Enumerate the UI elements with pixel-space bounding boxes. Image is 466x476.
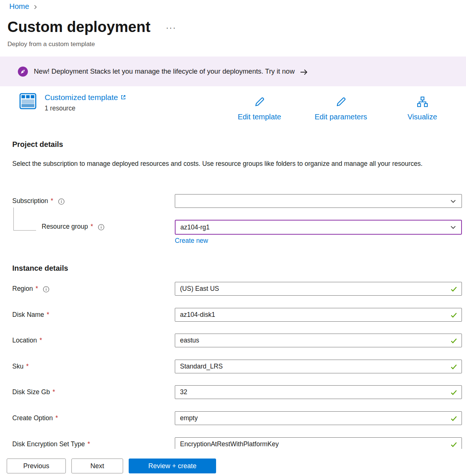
required-asterisk: * <box>35 285 38 293</box>
field-row: Location * <box>0 334 466 349</box>
custom-deployment-page: Home Custom deployment ··· Deploy from a… <box>0 0 466 476</box>
valid-check-icon <box>450 285 457 293</box>
announcement-banner[interactable]: New! Deployment Stacks let you manage th… <box>0 57 466 86</box>
breadcrumb-home-link[interactable]: Home <box>9 2 29 11</box>
info-icon[interactable] <box>58 198 65 205</box>
region-label: Region * <box>12 285 49 293</box>
template-icon <box>19 93 36 112</box>
disk-encryption-set-type-label: Disk Encryption Set Type * <box>12 440 90 448</box>
project-details-heading: Project details <box>12 140 63 149</box>
create-option-input[interactable] <box>175 411 462 425</box>
region-input[interactable] <box>175 282 462 296</box>
more-menu-button[interactable]: ··· <box>166 23 176 33</box>
next-button[interactable]: Next <box>71 459 123 473</box>
valid-check-icon <box>450 441 457 448</box>
required-asterisk: * <box>47 311 49 319</box>
field-row: Disk Name * <box>0 308 466 324</box>
valid-check-icon <box>450 415 457 422</box>
pencil-icon <box>254 96 266 109</box>
resource-group-select[interactable]: az104-rg1 <box>175 220 462 235</box>
banner-message: New! Deployment Stacks let you manage th… <box>34 67 295 75</box>
required-asterisk: * <box>55 414 58 422</box>
resource-group-row: Resource group * az104-rg1 <box>0 220 466 235</box>
field-row: Sku * <box>0 360 466 375</box>
field-row: Region * <box>0 282 466 298</box>
org-chart-icon <box>417 96 428 109</box>
sku-input[interactable] <box>175 360 462 373</box>
valid-check-icon <box>450 363 457 370</box>
subscription-select[interactable] <box>175 194 462 208</box>
disk-size-label: Disk Size Gb * <box>12 388 55 396</box>
edit-parameters-button[interactable]: Edit parameters <box>300 96 382 121</box>
disk-size-input[interactable] <box>175 385 462 399</box>
location-input[interactable] <box>175 334 462 347</box>
edit-template-button[interactable]: Edit template <box>219 96 300 121</box>
location-label: Location * <box>12 337 42 344</box>
field-row: Create Option * <box>0 411 466 427</box>
valid-check-icon <box>450 389 457 396</box>
required-asterisk: * <box>52 388 55 396</box>
pencil-icon <box>335 96 347 109</box>
create-new-link[interactable]: Create new <box>175 237 208 245</box>
required-asterisk: * <box>87 440 90 448</box>
project-details-description: Select the subscription to manage deploy… <box>12 158 440 170</box>
info-icon[interactable] <box>98 224 105 231</box>
template-actions: Edit template Edit parameters Visualize <box>219 96 463 121</box>
review-create-button[interactable]: Review + create <box>129 459 216 473</box>
visualize-button[interactable]: Visualize <box>382 96 463 121</box>
rocket-icon <box>18 67 28 77</box>
disk-name-label: Disk Name * <box>12 311 49 319</box>
subscription-label: Subscription * <box>12 197 65 205</box>
required-asterisk: * <box>26 363 29 370</box>
valid-check-icon <box>450 311 457 319</box>
resource-count: 1 resource <box>45 104 126 112</box>
wizard-footer: Previous Next Review + create <box>0 449 466 476</box>
page-title: Custom deployment <box>7 19 150 35</box>
previous-button[interactable]: Previous <box>7 459 66 473</box>
create-option-label: Create Option * <box>12 414 58 422</box>
field-row: Disk Size Gb * <box>0 385 466 401</box>
resource-group-label: Resource group * <box>42 223 105 231</box>
required-asterisk: * <box>51 197 53 205</box>
template-summary: Customized template 1 resource <box>19 93 126 112</box>
breadcrumb: Home <box>9 2 38 11</box>
subscription-row: Subscription * <box>0 194 466 210</box>
required-asterisk: * <box>91 223 93 231</box>
arrow-right-icon <box>300 69 308 75</box>
valid-check-icon <box>450 337 457 344</box>
sku-label: Sku * <box>12 363 29 370</box>
required-asterisk: * <box>39 337 42 344</box>
page-subtitle: Deploy from a custom template <box>7 41 95 48</box>
external-link-icon <box>120 93 126 102</box>
instance-details-heading: Instance details <box>12 264 68 273</box>
disk-name-input[interactable] <box>175 308 462 322</box>
breadcrumb-chevron-icon <box>33 4 38 10</box>
info-icon[interactable] <box>43 286 49 293</box>
customized-template-link[interactable]: Customized template <box>45 93 126 102</box>
